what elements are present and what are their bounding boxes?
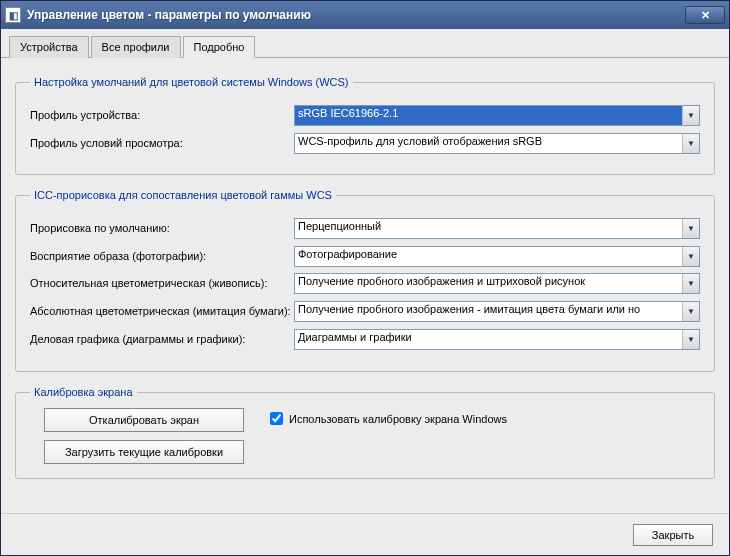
- group-wcs-legend: Настройка умолчаний для цветовой системы…: [30, 76, 353, 88]
- relcol-label: Относительная цветометрическая (живопись…: [30, 273, 294, 290]
- window-close-button[interactable]: ✕: [685, 6, 725, 24]
- perceptual-label: Восприятие образа (фотографии):: [30, 250, 294, 262]
- default-intent-select[interactable]: Перцепционный: [294, 218, 700, 239]
- tab-advanced[interactable]: Подробно: [183, 36, 256, 58]
- tab-devices[interactable]: Устройства: [9, 36, 89, 58]
- default-intent-label: Прорисовка по умолчанию:: [30, 222, 294, 234]
- calibrate-button[interactable]: Откалибровать экран: [44, 408, 244, 432]
- app-icon: ◧: [5, 7, 21, 23]
- group-calibration: Калибровка экрана Откалибровать экран За…: [15, 386, 715, 479]
- group-wcs-defaults: Настройка умолчаний для цветовой системы…: [15, 76, 715, 175]
- close-button[interactable]: Закрыть: [633, 524, 713, 546]
- load-calibration-button[interactable]: Загрузить текущие калибровки: [44, 440, 244, 464]
- titlebar: ◧ Управление цветом - параметры по умолч…: [1, 1, 729, 29]
- business-select[interactable]: Диаграммы и графики: [294, 329, 700, 350]
- tabbar: Устройства Все профили Подробно: [1, 29, 729, 58]
- use-windows-calibration-wrap[interactable]: Использовать калибровку экрана Windows: [270, 412, 507, 425]
- device-profile-select[interactable]: sRGB IEC61966-2.1: [294, 105, 700, 126]
- use-windows-calibration-checkbox[interactable]: [270, 412, 283, 425]
- viewing-profile-select[interactable]: WCS-профиль для условий отображения sRGB: [294, 133, 700, 154]
- window-title: Управление цветом - параметры по умолчан…: [27, 8, 685, 22]
- footer: Закрыть: [1, 513, 729, 555]
- relcol-select[interactable]: Получение пробного изображения и штрихов…: [294, 273, 700, 294]
- group-icc-legend: ICC-прорисовка для сопоставления цветово…: [30, 189, 336, 201]
- device-profile-label: Профиль устройства:: [30, 109, 294, 121]
- business-label: Деловая графика (диаграммы и графики):: [30, 329, 294, 346]
- content: Настройка умолчаний для цветовой системы…: [1, 58, 729, 554]
- abscol-select[interactable]: Получение пробного изображения - имитаци…: [294, 301, 700, 322]
- use-windows-calibration-label: Использовать калибровку экрана Windows: [289, 413, 507, 425]
- abscol-label: Абсолютная цветометрическая (имитация бу…: [30, 301, 294, 318]
- perceptual-select[interactable]: Фотографирование: [294, 246, 700, 267]
- group-calib-legend: Калибровка экрана: [30, 386, 137, 398]
- viewing-profile-label: Профиль условий просмотра:: [30, 137, 294, 149]
- tab-all-profiles[interactable]: Все профили: [91, 36, 181, 58]
- group-icc-rendering: ICC-прорисовка для сопоставления цветово…: [15, 189, 715, 372]
- window: ◧ Управление цветом - параметры по умолч…: [0, 0, 730, 556]
